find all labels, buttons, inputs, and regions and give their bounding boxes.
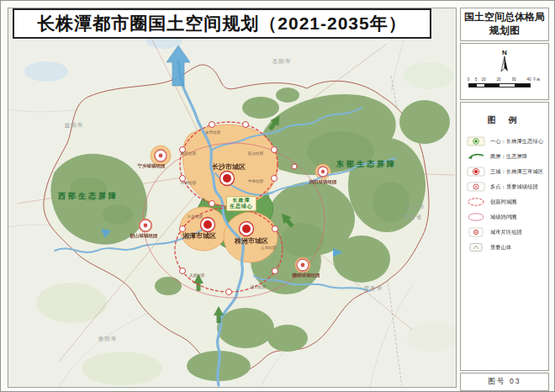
eco-core-label: 长株潭 生态绿心 (226, 196, 256, 211)
town-ring-icon (466, 182, 486, 192)
scale-tick: 20 (496, 77, 500, 82)
district-ring-icon (466, 227, 486, 237)
scale-bar-strip (468, 83, 531, 87)
page-title: 长株潭都市圈国土空间规划（2021-2035年） (37, 12, 406, 35)
north-letter: N (502, 49, 507, 56)
legend-label: 两屏：生态屏障 (490, 153, 527, 161)
plan-sheet: 长沙市城区 湘潭市城区 株洲市城区 长株潭 生态绿心 西部生态屏障 东部生态屏障… (0, 0, 555, 392)
scale-tick: 40 (526, 77, 531, 82)
legend-item: 创新同城圈 (466, 197, 543, 207)
scale-tick: 10 (481, 77, 485, 82)
eco-core-line2: 生态绿心 (230, 204, 253, 209)
legend-label: 城市片区组团 (490, 229, 522, 236)
legend-item: 三城：长株潭三市城区 (466, 167, 543, 177)
eco-barrier-arrow-icon (466, 151, 486, 162)
scale-bar: 0 5 10 20 30 40 千米 (468, 77, 542, 93)
legend-label: 三城：长株潭三市城区 (490, 168, 543, 176)
zhuzhou-urban (224, 212, 278, 262)
map-canvas: 长沙市城区 湘潭市城区 株洲市城区 长株潭 生态绿心 西部生态屏障 东部生态屏障… (8, 8, 457, 388)
scale-unit: 千米 (533, 77, 541, 82)
legend-box: 图 例 一心：长株潭生态绿心 两屏：生态屏障 (460, 102, 549, 371)
map-main-title: 长株潭都市圈国土空间规划（2021-2035年） (13, 8, 431, 39)
scale-tick: 5 (475, 77, 478, 82)
figure-number: 图号 03 (489, 377, 521, 387)
scale-tick: 30 (511, 77, 515, 82)
eco-core-line1: 长株潭 (230, 198, 253, 204)
synergy-circle-icon (466, 212, 486, 222)
legend-label: 重要山体 (490, 244, 511, 252)
scale-tick: 0 (468, 77, 470, 82)
legend-label: 创新同城圈 (490, 199, 516, 206)
sheet-title: 国土空间总体格局规划图 (464, 11, 545, 37)
figure-number-box: 图号 03 (460, 373, 549, 391)
legend-title: 图 例 (461, 114, 548, 126)
legend-label: 城镇协同圈 (490, 214, 516, 221)
innovation-circle-icon (466, 197, 486, 207)
legend-item: 一心：长株潭生态绿心 (466, 136, 543, 146)
legend-item: 两屏：生态屏障 (466, 151, 543, 162)
legend-item: 城镇协同圈 (466, 212, 543, 222)
mountain-box-icon (466, 242, 486, 252)
sheet-title-box: 国土空间总体格局规划图 (460, 8, 549, 41)
eco-core-dot-icon (466, 136, 486, 146)
legend-item: 城市片区组团 (466, 227, 543, 237)
north-arrow: N (461, 47, 548, 77)
compass-scale-box: N 0 5 10 20 30 40 千米 (460, 43, 549, 100)
legend-item: 多点：重要城镇组团 (466, 182, 543, 192)
legend-label: 一心：长株潭生态绿心 (490, 138, 543, 146)
city-dot-icon (466, 167, 486, 177)
legend-label: 多点：重要城镇组团 (490, 183, 538, 191)
legend-item: 重要山体 (466, 242, 543, 252)
